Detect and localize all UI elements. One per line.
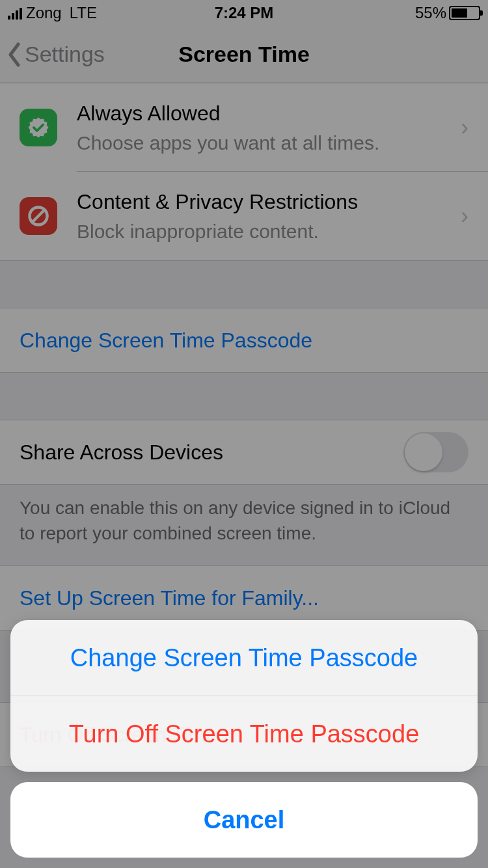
sheet-option-turn-off-passcode[interactable]: Turn Off Screen Time Passcode (10, 696, 478, 772)
sheet-cancel-button[interactable]: Cancel (10, 782, 478, 858)
sheet-option-label: Change Screen Time Passcode (70, 644, 418, 672)
sheet-option-change-passcode[interactable]: Change Screen Time Passcode (10, 620, 478, 696)
action-sheet: Change Screen Time Passcode Turn Off Scr… (0, 620, 488, 868)
cancel-label: Cancel (204, 806, 285, 834)
sheet-option-label: Turn Off Screen Time Passcode (69, 720, 420, 748)
